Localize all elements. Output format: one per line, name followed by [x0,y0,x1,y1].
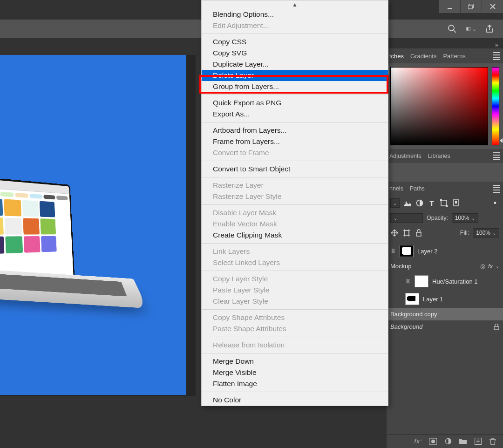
tab-adjustments[interactable]: Adjustments [389,153,421,159]
menu-separator [202,122,388,122]
menu-item[interactable]: Copy CSS [202,36,388,48]
menu-item[interactable]: Group from Layers... [202,81,388,92]
menu-separator [202,337,388,337]
opacity-field[interactable]: 100%⌄ [452,213,478,223]
filter-toggle-icon[interactable]: • [491,199,499,207]
menu-item[interactable]: No Color [202,394,388,406]
tab-patterns[interactable]: Patterns [443,53,465,60]
chevron-down-icon: ⌄ [472,27,476,32]
fx-icon[interactable]: fx [488,263,493,270]
layer-name[interactable]: Background copy [390,311,437,318]
menu-item[interactable]: Export As... [202,109,388,120]
mask-button[interactable] [429,438,437,445]
menu-separator [202,271,388,271]
layer-thumbnail[interactable] [415,275,428,287]
menu-separator [202,34,388,34]
workspace [0,55,196,396]
filter-image-icon[interactable] [403,199,412,207]
laptop-mockup [0,176,149,325]
tab-libraries[interactable]: Libraries [428,153,450,159]
tab-gradients[interactable]: Gradients [410,53,436,60]
search-icon[interactable] [447,24,457,34]
panel-menu-icon[interactable] [493,152,500,160]
layer-item[interactable]: 𝄡 Layer 2 [387,242,503,260]
layer-name[interactable]: Background [390,323,422,330]
menu-separator [202,95,388,95]
filter-adjust-icon[interactable] [415,199,424,207]
layer-item[interactable]: Layer 1 [387,290,503,308]
menu-item[interactable]: Blending Options... [202,9,388,20]
filter-shape-icon[interactable] [440,199,448,207]
layers-panel: ⌄ T • ⌄ Opacity: 100%⌄ [387,196,503,448]
menu-item[interactable]: Delete Layer [202,70,388,81]
lock-icon[interactable] [494,324,499,330]
menu-item[interactable]: Duplicate Layer... [202,59,388,70]
panel-menu-icon[interactable] [493,52,500,60]
svg-rect-21 [494,326,499,330]
layer-name[interactable]: Layer 2 [417,248,437,255]
svg-rect-11 [440,199,442,201]
tab-channels[interactable]: nnels [389,185,403,192]
menu-scroll-up-icon[interactable]: ▲ [202,0,388,9]
right-panels: tches Gradients Patterns Adjustments Lib… [387,48,503,448]
hue-handle-icon[interactable] [500,138,503,143]
menu-separator [202,177,388,177]
panel-menu-icon[interactable] [493,185,500,193]
layer-thumbnail[interactable] [400,245,414,257]
svg-rect-20 [416,232,421,236]
color-field[interactable] [390,67,488,145]
smart-filter-icon[interactable]: ◎ [480,263,485,270]
layer-item[interactable]: Background [387,320,503,333]
menu-item[interactable]: Convert to Smart Object [202,163,388,175]
filter-smart-icon[interactable] [452,199,460,207]
menu-item[interactable]: Frame from Layers... [202,136,388,147]
close-button[interactable] [482,0,503,13]
menu-item[interactable]: Merge Down [202,356,388,367]
group-button[interactable] [459,438,467,445]
layer-group[interactable]: Mockup ◎ fx ⌄ [387,260,503,272]
svg-line-4 [454,30,456,33]
minimize-button[interactable] [439,0,460,13]
tab-paths[interactable]: Paths [410,185,425,192]
filter-text-icon[interactable]: T [428,199,436,207]
layer-name[interactable]: Hue/Saturation 1 [432,278,478,285]
menu-item[interactable]: Artboard from Layers... [202,125,388,136]
layer-item[interactable]: Background copy [387,308,503,320]
lock-move-icon[interactable] [390,229,399,237]
menu-item[interactable]: Quick Export as PNG [202,97,388,109]
menu-item[interactable]: Create Clipping Mask [202,230,388,241]
restore-button[interactable] [460,0,482,13]
document-canvas[interactable] [0,55,186,395]
chevron-down-icon[interactable]: ⌄ [496,264,499,269]
layers-panel-tabs: nnels Paths [387,182,503,196]
svg-rect-14 [455,201,457,204]
svg-point-23 [431,440,435,443]
layer-name[interactable]: Mockup [390,263,412,270]
adjustment-button[interactable] [444,438,452,445]
menu-item[interactable]: Copy SVG [202,48,388,59]
layer-thumbnail[interactable] [405,293,419,305]
menu-separator [202,353,388,353]
fill-label: Fill: [460,230,469,236]
new-layer-button[interactable] [474,438,482,445]
share-icon[interactable] [484,24,495,34]
lock-artboard-icon[interactable] [402,229,411,237]
link-icon[interactable]: 𝄡 [390,248,396,254]
overflow-chevrons-icon[interactable]: » [495,42,498,48]
fill-field[interactable]: 100%⌄ [473,228,499,238]
layer-name[interactable]: Layer 1 [423,296,443,303]
link-icon[interactable]: 𝄡 [405,278,411,285]
layer-kind-filter[interactable]: ⌄ [390,198,400,208]
tab-swatches[interactable]: tches [389,53,404,60]
blend-mode-select[interactable]: ⌄ [390,213,423,223]
layer-item[interactable]: 𝄡 Hue/Saturation 1 [387,272,503,290]
properties-panel-tabs: Adjustments Libraries [387,149,503,163]
menu-item[interactable]: Merge Visible [202,367,388,378]
fx-button[interactable]: fx˅ [415,438,422,445]
delete-layer-button[interactable] [489,438,496,445]
hue-slider[interactable] [492,67,499,145]
screen-mode-icon[interactable]: ⌄ [466,24,476,34]
menu-item[interactable]: Flatten Image [202,378,388,389]
menu-item: Paste Layer Style [202,285,388,296]
lock-all-icon[interactable] [415,229,423,237]
